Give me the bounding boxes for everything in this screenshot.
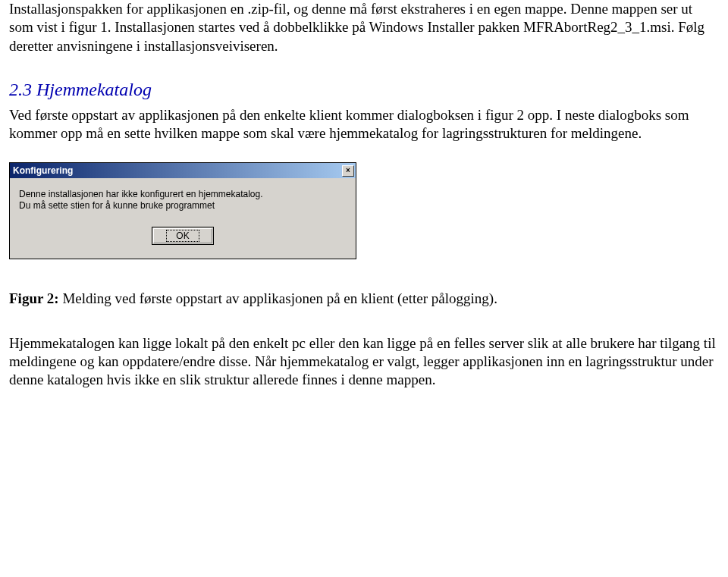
- section-heading: 2.3 Hjemmekatalog: [9, 78, 719, 102]
- dialog-text-line-1: Denne installasjonen har ikke konfigurer…: [19, 189, 347, 200]
- figure-block: Konfigurering × Denne installasjonen har…: [9, 162, 719, 308]
- dialog-body: Denne installasjonen har ikke konfigurer…: [10, 178, 356, 259]
- dialog-window: Konfigurering × Denne installasjonen har…: [9, 162, 356, 259]
- document-page: Installasjonspakken for applikasjonen en…: [0, 0, 728, 417]
- dialog-title: Konfigurering: [13, 165, 73, 177]
- figure-caption-text: Melding ved første oppstart av applikasj…: [59, 290, 497, 306]
- ok-button-label: OK: [166, 230, 199, 242]
- dialog-text-line-2: Du må sette stien for å kunne bruke prog…: [19, 200, 347, 212]
- paragraph-3: Hjemmekatalogen kan ligge lokalt på den …: [9, 334, 719, 390]
- ok-button[interactable]: OK: [152, 227, 214, 245]
- paragraph-1: Installasjonspakken for applikasjonen en…: [9, 0, 719, 55]
- figure-caption: Figur 2: Melding ved første oppstart av …: [9, 290, 719, 308]
- dialog-button-row: OK: [19, 227, 347, 246]
- figure-caption-label: Figur 2:: [9, 290, 59, 306]
- close-icon[interactable]: ×: [342, 165, 354, 177]
- dialog-titlebar: Konfigurering ×: [10, 163, 356, 178]
- dialog-text: Denne installasjonen har ikke konfigurer…: [19, 189, 347, 212]
- paragraph-2: Ved første oppstart av applikasjonen på …: [9, 106, 719, 143]
